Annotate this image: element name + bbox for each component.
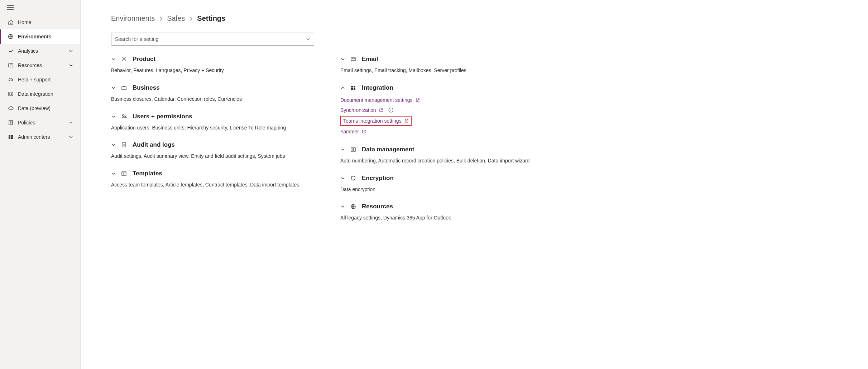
hamburger-menu[interactable]	[0, 0, 80, 15]
svg-rect-12	[122, 143, 126, 147]
people-icon	[121, 114, 128, 119]
sidebar-item-label: Data (preview)	[18, 105, 51, 111]
chevron-down-icon	[340, 204, 345, 209]
svg-rect-13	[122, 172, 126, 175]
link-synchronization[interactable]: Synchronization	[340, 105, 570, 115]
shield-icon	[350, 175, 357, 181]
group-resources: Resources All legacy settings, Dynamics …	[340, 203, 570, 222]
group-title: Business	[133, 84, 160, 91]
group-users-permissions: Users + permissions Application users, B…	[111, 113, 330, 132]
link-label: Yammer	[340, 129, 359, 134]
svg-rect-4	[9, 135, 10, 137]
group-sublinks[interactable]: All legacy settings, Dynamics 365 App fo…	[340, 214, 570, 222]
svg-point-11	[125, 115, 126, 117]
group-header-users[interactable]: Users + permissions	[111, 113, 330, 120]
chevron-down-icon	[340, 147, 345, 152]
sidebar-item-home[interactable]: Home	[0, 15, 80, 29]
svg-rect-7	[11, 137, 13, 139]
svg-rect-18	[354, 88, 355, 90]
group-sublinks[interactable]: Behavior, Features, Languages, Privacy +…	[111, 66, 330, 75]
group-title: Audit and logs	[133, 141, 175, 148]
group-integration: Integration Document management settings…	[340, 84, 570, 137]
chevron-down-icon[interactable]	[306, 37, 310, 41]
sidebar-item-admin-centers[interactable]: Admin centers	[0, 130, 80, 144]
group-header-data-management[interactable]: Data management	[340, 146, 570, 153]
sidebar-item-resources[interactable]: Resources	[0, 58, 80, 72]
link-document-management[interactable]: Document management settings	[340, 95, 570, 105]
main-content: Environments Sales Settings Product Beha…	[81, 0, 868, 369]
group-header-product[interactable]: Product	[111, 56, 330, 63]
sidebar-item-label: Home	[18, 19, 31, 25]
svg-rect-17	[351, 88, 353, 90]
link-yammer[interactable]: Yammer	[340, 127, 570, 137]
group-title: Email	[362, 56, 378, 63]
chevron-right-icon	[189, 16, 193, 21]
sidebar: Home Environments Analytics Resources He…	[0, 0, 81, 369]
chevron-down-icon	[111, 85, 116, 90]
gear-icon	[121, 56, 128, 62]
sidebar-item-environments[interactable]: Environments	[0, 29, 80, 44]
sidebar-item-data-preview[interactable]: Data (preview)	[0, 101, 80, 115]
sidebar-item-label: Admin centers	[18, 134, 50, 140]
group-sublinks[interactable]: Data encryption	[340, 185, 570, 194]
group-header-integration[interactable]: Integration	[340, 84, 570, 91]
group-title: Encryption	[362, 175, 394, 182]
svg-rect-16	[354, 86, 355, 87]
chevron-down-icon	[340, 57, 345, 62]
external-link-icon	[362, 129, 366, 134]
breadcrumb-environments[interactable]: Environments	[111, 14, 155, 23]
search-setting-box[interactable]	[111, 33, 314, 46]
group-header-encryption[interactable]: Encryption	[340, 175, 570, 182]
group-header-business[interactable]: Business	[111, 84, 330, 91]
policies-icon	[7, 120, 14, 126]
group-title: Data management	[362, 146, 414, 153]
data-management-icon	[350, 147, 357, 152]
group-sublinks[interactable]: Access team templates, Article templates…	[111, 181, 330, 189]
svg-rect-6	[9, 137, 10, 139]
info-icon[interactable]	[388, 108, 393, 113]
headset-icon	[7, 77, 14, 82]
sidebar-item-policies[interactable]: Policies	[0, 115, 80, 130]
sidebar-item-label: Analytics	[18, 48, 38, 54]
svg-point-8	[123, 58, 125, 60]
external-link-icon	[379, 108, 383, 112]
group-header-resources[interactable]: Resources	[340, 203, 570, 210]
chevron-down-icon	[69, 63, 73, 67]
group-header-templates[interactable]: Templates	[111, 170, 330, 177]
sidebar-item-data-integration[interactable]: Data integration	[0, 87, 80, 101]
link-label: Synchronization	[340, 107, 376, 113]
group-business: Business Business closures, Calendar, Co…	[111, 84, 330, 104]
analytics-icon	[7, 48, 14, 54]
chevron-down-icon	[69, 135, 73, 139]
hamburger-icon	[7, 5, 14, 10]
group-title: Users + permissions	[133, 113, 192, 120]
sidebar-item-label: Environments	[18, 34, 51, 39]
chevron-down-icon	[111, 57, 116, 62]
group-header-audit[interactable]: Audit and logs	[111, 141, 330, 148]
windows-icon	[350, 85, 357, 91]
breadcrumb-sales[interactable]: Sales	[167, 14, 185, 23]
chevron-down-icon	[111, 171, 116, 176]
mail-icon	[350, 56, 357, 62]
sidebar-item-label: Policies	[18, 120, 35, 126]
group-sublinks[interactable]: Application users, Business units, Hiera…	[111, 124, 330, 132]
group-title: Integration	[362, 84, 393, 91]
sidebar-item-help-support[interactable]: Help + support	[0, 72, 80, 87]
group-sublinks[interactable]: Auto numbering, Automatic record creatio…	[340, 157, 570, 165]
data-integration-icon	[7, 91, 14, 97]
breadcrumb-settings: Settings	[197, 14, 225, 23]
group-data-management: Data management Auto numbering, Automati…	[340, 146, 570, 165]
search-input[interactable]	[115, 36, 306, 42]
group-templates: Templates Access team templates, Article…	[111, 170, 330, 189]
link-teams-integration[interactable]: Teams integration settings	[340, 116, 412, 126]
group-title: Resources	[362, 203, 393, 210]
cloud-icon	[7, 105, 14, 111]
external-link-icon	[416, 98, 420, 102]
link-label: Document management settings	[340, 97, 413, 103]
group-sublinks[interactable]: Audit settings, Audit summary view, Enti…	[111, 152, 330, 161]
sidebar-item-analytics[interactable]: Analytics	[0, 44, 80, 58]
sidebar-item-label: Resources	[18, 62, 42, 68]
group-sublinks[interactable]: Business closures, Calendar, Connection …	[111, 95, 330, 104]
group-header-email[interactable]: Email	[340, 56, 570, 63]
group-sublinks[interactable]: Email settings, Email tracking, Mailboxe…	[340, 66, 570, 75]
